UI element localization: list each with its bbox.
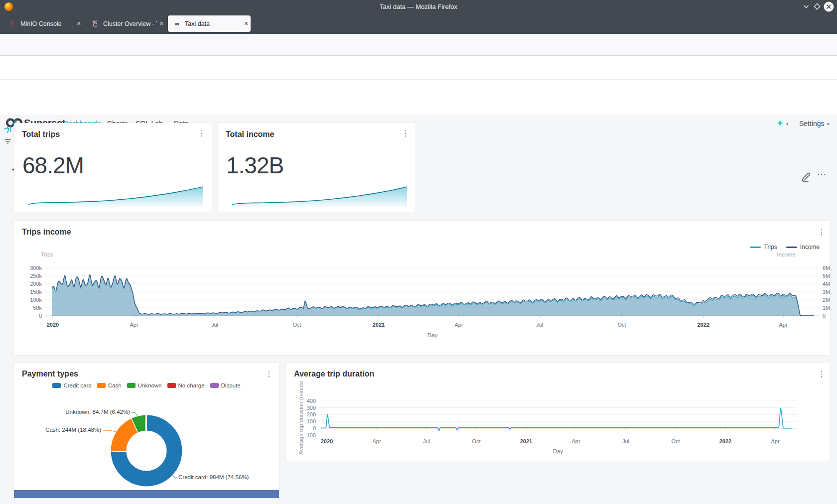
svg-text:Oct: Oct <box>671 438 680 444</box>
trino-icon <box>91 20 99 28</box>
svg-text:Apr: Apr <box>454 322 463 328</box>
tab-close-button[interactable]: ✕ <box>242 20 251 27</box>
svg-text:2021: 2021 <box>520 438 532 444</box>
y-axis-title-left: Trips <box>41 252 53 257</box>
svg-text:6M: 6M <box>823 265 830 271</box>
superset-tab-icon: ∞ <box>173 20 181 28</box>
settings-menu[interactable]: Settings <box>799 120 825 127</box>
payment-types-donut-chart[interactable]: Unknown: 84.7M (6.42%)Cash: 244M (18.48%… <box>14 363 279 490</box>
svg-text:2021: 2021 <box>373 322 385 328</box>
svg-text:2020: 2020 <box>47 322 59 328</box>
add-new-button[interactable]: + <box>777 118 783 128</box>
tab-label: Cluster Overview - Trino <box>103 20 157 27</box>
edit-dashboard-button[interactable] <box>801 171 812 182</box>
svg-text:Unknown: 84.7M (6.42%): Unknown: 84.7M (6.42%) <box>65 409 130 415</box>
svg-text:-100: -100 <box>305 432 316 438</box>
tab-taxi-data[interactable]: ∞ Taxi data ✕ <box>168 15 251 32</box>
chart-title: Total income <box>226 130 275 139</box>
svg-text:Apr: Apr <box>130 322 138 328</box>
chart-kebab-menu[interactable]: ⋮ <box>817 370 826 378</box>
svg-text:0: 0 <box>823 313 826 319</box>
svg-text:300k: 300k <box>30 265 42 271</box>
tab-label: MinIO Console <box>20 20 74 27</box>
y-axis-title-right: Income <box>775 252 796 257</box>
svg-text:0: 0 <box>313 425 316 431</box>
chart-kebab-menu[interactable]: ⋮ <box>817 228 826 237</box>
svg-text:2020: 2020 <box>321 438 333 444</box>
window-title: Taxi data — Mozilla Firefox <box>0 3 837 10</box>
tab-strip: MinIO Console ✕ Cluster Overview - Trino… <box>0 13 837 34</box>
svg-text:5M: 5M <box>823 273 830 279</box>
browser-toolbar: ← → ⟳ 172.18.0.4:32295/superset/dashboar… <box>0 34 837 56</box>
dashboard-menu-button[interactable]: ⋯ <box>817 168 827 180</box>
chart-kebab-menu[interactable]: ⋮ <box>197 129 206 138</box>
svg-text:Credit card: 984M (74.56%): Credit card: 984M (74.56%) <box>178 474 249 480</box>
expand-filter-bar-button[interactable] <box>3 125 12 133</box>
x-axis-title: Day <box>533 448 583 454</box>
svg-text:1M: 1M <box>823 305 830 311</box>
chart-title: Trips income <box>22 228 71 237</box>
svg-text:Jul: Jul <box>211 322 218 328</box>
chart-title: Total trips <box>22 130 60 139</box>
svg-text:Cash: 244M (18.48%): Cash: 244M (18.48%) <box>45 427 101 433</box>
card-trips-income: Trips income ⋮ Trips Income Trips Income… <box>14 221 830 355</box>
card-avg-trip-duration: Average trip duration ⋮ Average trip dur… <box>286 363 830 461</box>
minio-icon <box>8 20 16 28</box>
legend-swatch <box>786 247 797 248</box>
svg-text:50k: 50k <box>33 305 42 311</box>
svg-text:2022: 2022 <box>719 438 731 444</box>
svg-text:Apr: Apr <box>771 438 779 444</box>
svg-text:200k: 200k <box>30 281 42 287</box>
svg-text:0: 0 <box>39 313 42 319</box>
sparkline-chart[interactable] <box>28 185 203 207</box>
tab-trino[interactable]: Cluster Overview - Trino ✕ <box>86 15 166 32</box>
x-axis-title: Day <box>408 332 457 338</box>
cropped-chart-strip <box>14 490 279 498</box>
svg-text:3M: 3M <box>823 289 830 295</box>
svg-text:Jul: Jul <box>423 438 430 444</box>
card-total-income: Total income ⋮ 1.32B <box>218 123 416 212</box>
window-minimize-button[interactable] <box>802 2 810 10</box>
svg-text:Oct: Oct <box>292 322 301 328</box>
sparkline-chart[interactable] <box>232 185 407 207</box>
svg-text:Oct: Oct <box>617 322 626 328</box>
tab-close-button[interactable]: ✕ <box>157 20 166 27</box>
y-axis-title: Average trip duration (minute <box>298 381 304 455</box>
svg-text:2022: 2022 <box>698 322 709 328</box>
svg-text:Jul: Jul <box>536 322 543 328</box>
svg-text:300: 300 <box>307 405 316 411</box>
tab-label: Taxi data <box>185 20 242 27</box>
filter-icon[interactable] <box>3 137 12 146</box>
svg-text:200: 200 <box>307 411 316 417</box>
tab-close-button[interactable]: ✕ <box>74 20 83 27</box>
big-number-value: 1.32B <box>226 152 283 179</box>
superset-header: Superset Dashboards Charts SQL Lab ▾ Dat… <box>0 56 837 80</box>
legend-item-trips[interactable]: Trips <box>750 244 777 251</box>
chart-legend: Trips Income <box>750 244 820 251</box>
svg-text:Apr: Apr <box>779 322 787 328</box>
dashboard-title-row: Taxi data Draft ☆ ⋯ <box>0 80 837 115</box>
chevron-down-icon: ▾ <box>827 122 830 126</box>
tab-minio-console[interactable]: MinIO Console ✕ <box>3 15 83 32</box>
big-number-value: 68.2M <box>22 152 84 179</box>
svg-text:150k: 150k <box>30 289 42 295</box>
svg-text:Oct: Oct <box>472 438 480 444</box>
window-maximize-button[interactable] <box>813 2 821 10</box>
svg-text:4M: 4M <box>823 281 830 287</box>
svg-text:250k: 250k <box>30 273 42 279</box>
card-total-trips: Total trips ⋮ 68.2M <box>14 123 212 212</box>
window-close-button[interactable] <box>824 1 834 12</box>
titlebar: Taxi data — Mozilla Firefox <box>0 0 837 13</box>
browser-window: Taxi data — Mozilla Firefox MinIO Consol… <box>0 0 837 504</box>
legend-item-income[interactable]: Income <box>786 244 820 251</box>
svg-text:100: 100 <box>307 418 316 424</box>
svg-text:2M: 2M <box>823 297 830 303</box>
chart-kebab-menu[interactable]: ⋮ <box>401 129 410 138</box>
svg-text:Apr: Apr <box>372 438 381 444</box>
svg-text:Jul: Jul <box>622 438 629 444</box>
card-payment-types: Payment types ⋮ Credit card Cash Unknown… <box>14 363 279 498</box>
svg-text:400: 400 <box>307 398 316 404</box>
svg-text:Apr: Apr <box>571 438 580 444</box>
chart-title: Average trip duration <box>294 370 374 378</box>
svg-text:100k: 100k <box>30 297 42 303</box>
